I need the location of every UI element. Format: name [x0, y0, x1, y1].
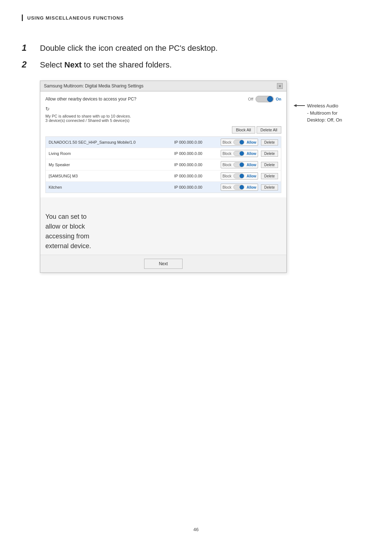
callout-text: You can set toallow or blockaccessing fr… — [40, 208, 286, 255]
dialog-close-button[interactable]: ✕ — [277, 83, 283, 89]
ba-thumb — [240, 151, 244, 156]
annotation-text: Wireless Audio - Multiroom for Desktop: … — [307, 102, 342, 124]
allow-label: Allow — [245, 184, 258, 190]
step-2: 2 Select Next to set the shared folders. — [22, 59, 370, 70]
info-text: My PC is allowed to share with up to 10 … — [45, 114, 281, 123]
device-ip: IP 000.000.0.00 — [174, 140, 218, 144]
annotation-line: Wireless Audio - Multiroom for Desktop: … — [294, 102, 342, 124]
dialog-titlebar: Samsung Multiroom: Digital Media Sharing… — [40, 81, 286, 91]
delete-button[interactable]: Delete — [261, 173, 278, 179]
annotation-arrow — [294, 105, 305, 106]
allow-label: Allow — [245, 150, 258, 157]
allow-label: Allow — [245, 161, 258, 168]
device-name: Kitchen — [49, 185, 171, 189]
page-number: 46 — [193, 527, 199, 532]
toggle-row[interactable]: Off On — [248, 96, 281, 102]
device-name: Living Room — [49, 151, 171, 156]
ba-track — [233, 140, 244, 145]
toggle-on-label: On — [276, 97, 281, 101]
ba-thumb — [240, 185, 244, 189]
step-2-number: 2 — [22, 59, 40, 70]
delete-button[interactable]: Delete — [261, 151, 278, 157]
block-allow-toggle[interactable]: Block Allow — [221, 184, 258, 191]
allow-row: Allow other nearby devices to access you… — [45, 96, 281, 102]
section-header: USING MISCELLANEOUS FUNCTIONS — [22, 15, 370, 21]
step-2-text: Select Next to set the shared folders. — [40, 59, 172, 70]
ba-track — [233, 162, 244, 167]
step-1-number: 1 — [22, 43, 40, 53]
block-label: Block — [221, 150, 233, 157]
device-name: DLNADOC/1.50 SEC_HHP_Samsung Mobile/1.0 — [49, 140, 171, 144]
device-row: DLNADOC/1.50 SEC_HHP_Samsung Mobile/1.0 … — [46, 137, 281, 148]
ba-thumb — [240, 163, 244, 167]
device-list: DLNADOC/1.50 SEC_HHP_Samsung Mobile/1.0 … — [45, 136, 281, 193]
delete-button[interactable]: Delete — [261, 162, 278, 168]
block-label: Block — [221, 161, 233, 168]
step-1-text: Double click the icon created on the PC'… — [40, 43, 218, 53]
allow-label: Allow other nearby devices to access you… — [45, 97, 136, 102]
allow-label: Allow — [245, 139, 258, 145]
ba-thumb — [240, 140, 244, 144]
refresh-icon[interactable]: ↻ — [45, 106, 281, 112]
ba-thumb — [240, 174, 244, 178]
device-row: [SAMSUNG] M3 IP 000.000.0.00 Block Allow… — [46, 171, 281, 182]
step-list: 1 Double click the icon created on the P… — [22, 43, 370, 70]
device-name: [SAMSUNG] M3 — [49, 174, 171, 178]
action-bar: Block All Delete All — [45, 126, 281, 134]
delete-all-button[interactable]: Delete All — [257, 126, 281, 134]
block-allow-toggle[interactable]: Block Allow — [221, 161, 258, 168]
allow-label: Allow — [245, 173, 258, 179]
device-row: Living Room IP 000.000.0.00 Block Allow … — [46, 148, 281, 159]
toggle-off-label: Off — [248, 97, 253, 101]
delete-button[interactable]: Delete — [261, 184, 278, 190]
toggle-thumb — [267, 96, 273, 102]
section-title: USING MISCELLANEOUS FUNCTIONS — [27, 15, 124, 21]
ba-track — [233, 173, 244, 178]
block-allow-toggle[interactable]: Block Allow — [221, 172, 258, 180]
block-allow-toggle[interactable]: Block Allow — [221, 150, 258, 157]
device-ip: IP 000.000.0.00 — [174, 185, 218, 189]
dialog-title: Samsung Multiroom: Digital Media Sharing… — [44, 83, 143, 89]
device-name: My Speaker — [49, 163, 171, 167]
dialog-area: Samsung Multiroom: Digital Media Sharing… — [40, 81, 370, 273]
next-button[interactable]: Next — [144, 259, 183, 269]
step-2-bold: Next — [64, 60, 82, 69]
toggle-track[interactable] — [256, 96, 274, 102]
step-1: 1 Double click the icon created on the P… — [22, 43, 370, 53]
annotation-area: Wireless Audio - Multiroom for Desktop: … — [294, 81, 342, 124]
device-row: Kitchen IP 000.000.0.00 Block Allow Dele… — [46, 182, 281, 193]
ba-track — [233, 151, 244, 156]
device-ip: IP 000.000.0.00 — [174, 174, 218, 178]
block-label: Block — [221, 173, 233, 179]
device-ip: IP 000.000.0.00 — [174, 151, 218, 156]
block-label: Block — [221, 184, 233, 190]
block-allow-toggle[interactable]: Block Allow — [221, 139, 258, 146]
ba-track — [233, 185, 244, 190]
dialog-window: Samsung Multiroom: Digital Media Sharing… — [40, 81, 287, 273]
delete-button[interactable]: Delete — [261, 139, 278, 145]
device-row: My Speaker IP 000.000.0.00 Block Allow D… — [46, 159, 281, 171]
dialog-footer: Next — [40, 255, 286, 272]
dialog-body: Allow other nearby devices to access you… — [40, 91, 286, 197]
block-label: Block — [221, 139, 233, 145]
device-ip: IP 000.000.0.00 — [174, 163, 218, 167]
block-all-button[interactable]: Block All — [232, 126, 255, 134]
